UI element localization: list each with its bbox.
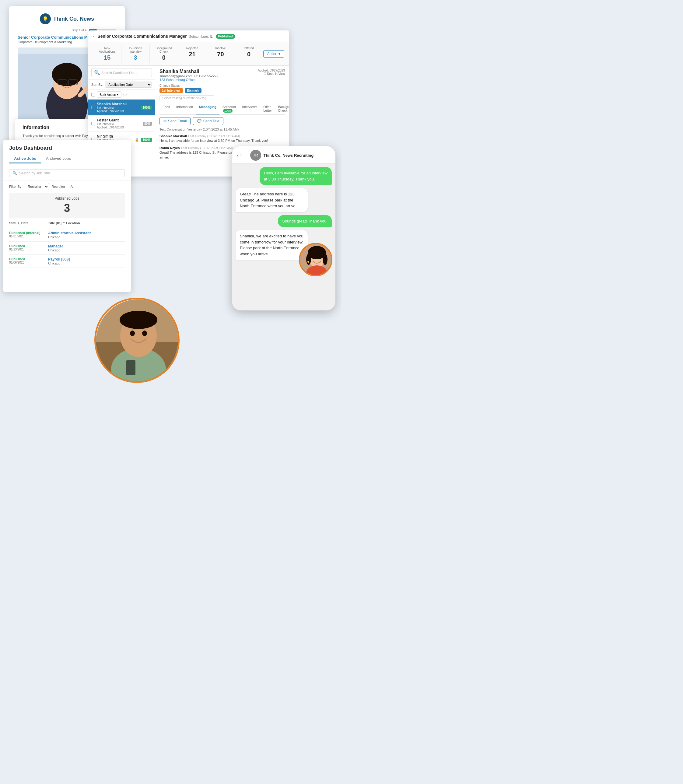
company-logo-circle: 💡 [40,13,51,24]
sort-by-select[interactable]: Application Date [105,82,152,88]
status-tag-interview[interactable]: 1st Interview [159,88,183,93]
stat-inactive: Inactive 70 [206,45,235,63]
sort-by-row: Sort By: Application Date [88,80,155,90]
bulk-action-label: Bulk Action [99,93,116,96]
man-svg [96,299,180,383]
tab-active-jobs[interactable]: Active Jobs [9,154,41,164]
action-button[interactable]: Action ▾ [263,50,284,58]
stat-label-0: New Applications [96,46,119,53]
jobs-dashboard-card: Jobs Dashboard Active Jobs Archived Jobs… [3,140,131,292]
msg-timestamp-1: Last Tuesday (10/1/2023 at 11:14 AM) [188,135,240,138]
text-icon: 💬 [197,119,202,123]
phone-header: ‹ 1 TR Think Co. News Recruiting [232,146,335,164]
candidate-avatar-circle [299,243,332,276]
ats-status-badge: Published [216,34,235,38]
col-header-status: Status, Date [9,221,46,225]
list-item[interactable]: Shanika Marshall 1st Interview Applied: … [88,99,155,115]
bulk-select-checkbox[interactable] [91,93,95,96]
dashboard-search-row: 🔍 Search by Job Title [3,166,131,181]
sub-tab-feed[interactable]: Feed [159,103,173,114]
candidate-name-2: Foster Grant [97,118,141,122]
messaging-actions: ✉ Send Email 💬 Send Text [159,117,285,125]
selected-candidate-name: Shanika Marshall [159,69,218,74]
job-status-badge-3: Published [9,257,46,261]
phone-contact-info: TR Think Co. News Recruiting [250,150,314,161]
sms-bubble-2: Great! The address here is 123 Chicago S… [236,188,308,212]
company-name: Think Co. News [53,16,94,22]
phone-back-area[interactable]: ‹ 1 [237,152,242,159]
msg-sender-1: Shanika Marshall [159,134,187,138]
sort-by-label: Sort By: [91,83,103,87]
phone-contact-name: Think Co. News Recruiting [264,153,314,158]
job-title-link-3[interactable]: Payroll [008] [48,257,125,261]
phone-back-count: 1 [240,153,242,158]
ats-back-arrow[interactable]: ‹ [93,34,95,38]
phone-contact-details: Think Co. News Recruiting [264,153,314,158]
list-item[interactable]: Foster Grant 1st Interview Applied: 09/1… [88,115,155,132]
sub-tab-interviews[interactable]: Interviews [239,103,261,114]
search-icon: 🔍 [94,70,100,75]
svg-point-18 [312,256,315,259]
job-title-cell-3: Payroll [008] Chicago [48,257,125,265]
candidate-meta-right: Applied: 09/27/2023 ☐ Keep in View [258,69,285,75]
search-icon: 🔍 [13,171,17,175]
keep-in-view-checkbox[interactable]: ☐ Keep in View [258,72,285,75]
job-status-date-3: Published 01/06/2020 [9,257,46,264]
candidate-info-2: Foster Grant 1st Interview Applied: 09/1… [97,118,141,129]
dashboard-filter-row: Filter By Recruiter Recruiter -- All -- [3,181,131,192]
dashboard-header: Jobs Dashboard Active Jobs Archived Jobs [3,140,131,166]
candidate-search-placeholder: Search Candidate List... [101,71,137,75]
sub-tab-screener[interactable]: Screener 100% [220,103,239,114]
send-email-button[interactable]: ✉ Send Email [159,117,191,125]
tab-archived-jobs[interactable]: Archived Jobs [41,154,76,164]
candidate-search-row: 🔍 Search Candidate List... [88,66,155,80]
status-tag-bismark[interactable]: Bismark [185,88,202,93]
email-icon: ✉ [164,119,167,123]
job-status-badge-1: Published (Internal) [9,231,46,235]
bulk-action-row: Bulk Action ▾ ⓘ [88,90,155,99]
job-title-link-1[interactable]: Administrative Assistant [48,231,125,235]
action-button-label: Action [267,52,277,56]
stat-new-applications: New Applications 15 [93,45,122,63]
candidate-score-2: 80% [143,122,152,126]
sub-tab-background-check[interactable]: Background Check [275,103,289,114]
phone-body: Hello, I am available for an interview a… [232,164,335,303]
recruiter-filter-select[interactable]: Recruiter [24,183,49,190]
send-email-label: Send Email [168,119,187,123]
svg-point-16 [306,254,311,265]
candidate-checkbox-2[interactable] [91,122,95,125]
candidate-name-1: Shanika Marshall [97,102,139,106]
sub-tab-information[interactable]: Information [173,103,196,114]
phone-avatar: TR [250,150,261,161]
published-jobs-block: Published Jobs 3 [9,192,125,218]
bulk-action-button[interactable]: Bulk Action ▾ [97,91,122,98]
svg-point-28 [142,330,147,336]
sms-bubble-row-3: Sounds great! Thank you! [236,215,332,227]
stat-label-3: Rejected [181,46,204,50]
published-jobs-label: Published Jobs [14,196,120,200]
stat-label-4: Inactive [209,46,232,50]
ats-location: Schaumburg, IL [188,35,213,38]
candidate-score-3: 100% [141,138,152,142]
stat-label-5: Offered [237,46,261,50]
job-search-box[interactable]: 🔍 Search by Job Title [9,169,125,177]
tag-input[interactable]: Select existing or create new tag [159,95,214,101]
candidate-contact-info: Shanika Marshall smarshall@gmail.com C: … [159,69,218,82]
svg-point-26 [120,311,157,329]
col-header-title: Title [ID] ⌃ Location [48,221,125,225]
candidate-sub-1: 1st Interview Applied: 09/27/2023 [97,106,139,113]
candidate-search-box[interactable]: 🔍 Search Candidate List... [91,68,152,77]
send-text-button[interactable]: 💬 Send Text [193,117,223,125]
candidate-checkbox-1[interactable] [91,106,95,109]
sub-tab-messaging[interactable]: Messaging [196,103,220,114]
job-title-link-2[interactable]: Manager [48,244,125,249]
stat-value-5: 0 [237,51,261,58]
dashboard-tabs: Active Jobs Archived Jobs [9,154,125,164]
sub-tab-offer-letter[interactable]: Offer Letter [260,103,275,114]
stat-value-2: 0 [152,54,175,61]
phone-sms-card: ‹ 1 TR Think Co. News Recruiting Hello, … [232,146,335,310]
man-circle-photo [95,298,180,383]
sms-bubble-3: Sounds great! Thank you! [278,215,332,227]
applied-label: Applied: 09/27/2023 [258,69,285,72]
sms-bubble-1: Hello, I am available for an interview a… [260,167,332,185]
